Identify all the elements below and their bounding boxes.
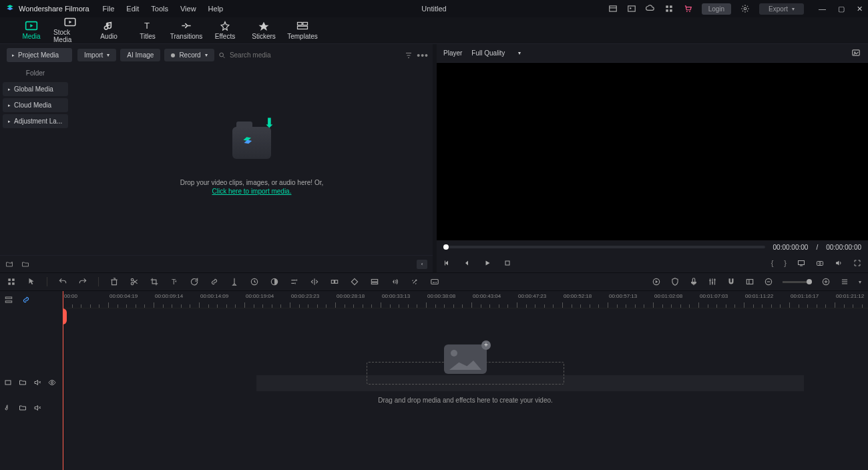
collapse-sidebar-button[interactable]: ‹ — [417, 260, 427, 269]
prev-frame-icon[interactable] — [443, 259, 451, 267]
ribbon-transitions[interactable]: Transitions — [170, 17, 203, 43]
mute-icon[interactable] — [33, 404, 41, 412]
sidebar-cloud-media[interactable]: ▸Cloud Media — [3, 98, 68, 112]
menu-tools[interactable]: Tools — [151, 5, 168, 13]
total-duration: 00:00:00:00 — [826, 244, 861, 251]
step-back-icon[interactable] — [463, 259, 471, 267]
new-folder-icon[interactable] — [5, 260, 13, 268]
filter-icon[interactable] — [405, 51, 413, 59]
marker-icon[interactable] — [230, 277, 239, 286]
cloud-icon[interactable] — [646, 4, 655, 13]
effects-tool-icon[interactable] — [410, 277, 419, 286]
ribbon-effects[interactable]: Effects — [208, 17, 242, 43]
lock-icon[interactable] — [19, 379, 27, 387]
magnet-icon[interactable] — [726, 277, 736, 286]
group-icon[interactable] — [330, 277, 339, 286]
audio-tool-icon[interactable] — [390, 277, 399, 286]
timeline-body[interactable]: 00:0000:00:04:1900:00:09:1400:00:14:0900… — [63, 291, 868, 470]
zoom-slider[interactable] — [783, 281, 812, 283]
window-minimize[interactable]: — — [819, 5, 826, 13]
keyframe-icon[interactable] — [350, 277, 359, 286]
playback-scrubber[interactable] — [443, 246, 765, 248]
text-tool-icon[interactable]: T▾ — [170, 277, 179, 286]
sidebar-global-media[interactable]: ▸Global Media — [3, 82, 68, 96]
ribbon-stickers[interactable]: Stickers — [247, 17, 280, 43]
record-button[interactable]: Record▾ — [164, 49, 214, 61]
layout-icon[interactable] — [608, 4, 618, 13]
mark-out-icon[interactable]: } — [784, 259, 787, 267]
play-icon[interactable] — [483, 259, 491, 267]
playhead[interactable] — [63, 291, 63, 470]
login-button[interactable]: Login — [702, 3, 731, 15]
zoom-out-icon[interactable] — [764, 277, 773, 286]
sidebar-folder[interactable]: Folder — [3, 66, 68, 80]
mic-icon[interactable] — [689, 277, 698, 286]
ai-image-button[interactable]: AI Image — [120, 49, 160, 61]
volume-icon[interactable] — [835, 259, 843, 267]
menu-help[interactable]: Help — [208, 5, 224, 13]
menu-file[interactable]: File — [103, 5, 115, 13]
redo-icon[interactable] — [78, 277, 87, 286]
ribbon-titles[interactable]: TTitles — [131, 17, 164, 43]
lock-icon[interactable] — [19, 404, 27, 412]
mark-in-icon[interactable]: { — [771, 259, 774, 267]
cursor-icon[interactable] — [27, 277, 36, 286]
ribbon-audio[interactable]: Audio — [92, 17, 126, 43]
render-icon[interactable] — [652, 277, 661, 286]
auto-ripple-icon[interactable] — [21, 295, 31, 304]
subtitle-icon[interactable] — [430, 277, 439, 286]
camera-icon[interactable] — [816, 259, 824, 267]
stop-icon[interactable] — [503, 259, 511, 267]
speed-icon[interactable] — [250, 277, 259, 286]
zoom-in-icon[interactable] — [821, 277, 831, 286]
display-icon[interactable] — [797, 259, 805, 267]
mixer-icon[interactable] — [708, 277, 717, 286]
video-preview[interactable] — [437, 63, 868, 240]
crop-icon[interactable] — [150, 277, 159, 286]
media-icon[interactable] — [627, 4, 636, 13]
delete-icon[interactable] — [110, 277, 119, 286]
fullscreen-icon[interactable] — [853, 259, 861, 267]
svg-point-22 — [220, 53, 224, 57]
export-button[interactable]: Export▾ — [759, 3, 804, 15]
time-ruler[interactable]: 00:0000:00:04:1900:00:09:1400:00:14:0900… — [63, 291, 868, 308]
ruler-label: 00:00:38:08 — [427, 293, 455, 299]
window-close[interactable]: ✕ — [857, 5, 863, 13]
apps-icon[interactable] — [664, 4, 674, 13]
settings-icon[interactable] — [740, 4, 750, 13]
ratio-icon[interactable] — [745, 277, 754, 286]
toolbar-chevron-down[interactable]: ▾ — [859, 279, 861, 285]
split-icon[interactable] — [310, 277, 319, 286]
window-maximize[interactable]: ▢ — [838, 5, 845, 13]
import-link[interactable]: Click here to import media. — [212, 188, 292, 195]
undo-icon[interactable] — [58, 277, 67, 286]
track-manager-icon[interactable] — [4, 295, 13, 304]
shield-icon[interactable] — [670, 277, 680, 286]
ribbon-stock[interactable]: Stock Media — [53, 17, 87, 43]
search-input[interactable] — [230, 51, 401, 59]
mute-icon[interactable] — [33, 379, 41, 387]
menu-edit[interactable]: Edit — [126, 5, 139, 13]
menu-view[interactable]: View — [180, 5, 196, 13]
import-button[interactable]: Import▾ — [77, 49, 116, 61]
quality-select[interactable]: Full Quality▾ — [471, 49, 521, 57]
adjust-icon[interactable] — [290, 277, 299, 286]
ribbon-media[interactable]: Media — [15, 17, 48, 43]
color-icon[interactable] — [270, 277, 279, 286]
rotate-icon[interactable] — [190, 277, 199, 286]
list-icon[interactable] — [840, 277, 849, 286]
grid-icon[interactable] — [7, 277, 16, 286]
sidebar-adjustment-layers[interactable]: ▸Adjustment La... — [3, 114, 68, 128]
media-drop-area[interactable]: ⬇ Drop your video clips, images, or audi… — [71, 66, 433, 255]
link-icon[interactable] — [210, 277, 219, 286]
sidebar-project-media[interactable]: ▸Project Media — [7, 48, 72, 62]
svg-point-65 — [709, 280, 710, 281]
cart-icon[interactable] — [683, 4, 692, 13]
snapshot-icon[interactable] — [851, 48, 861, 57]
cut-icon[interactable] — [130, 277, 139, 286]
more-icon[interactable]: ••• — [417, 50, 429, 61]
folder-icon-btn[interactable] — [21, 260, 29, 268]
ribbon-templates[interactable]: Templates — [286, 17, 319, 43]
visibility-icon[interactable] — [48, 379, 56, 387]
detach-icon[interactable] — [370, 277, 379, 286]
